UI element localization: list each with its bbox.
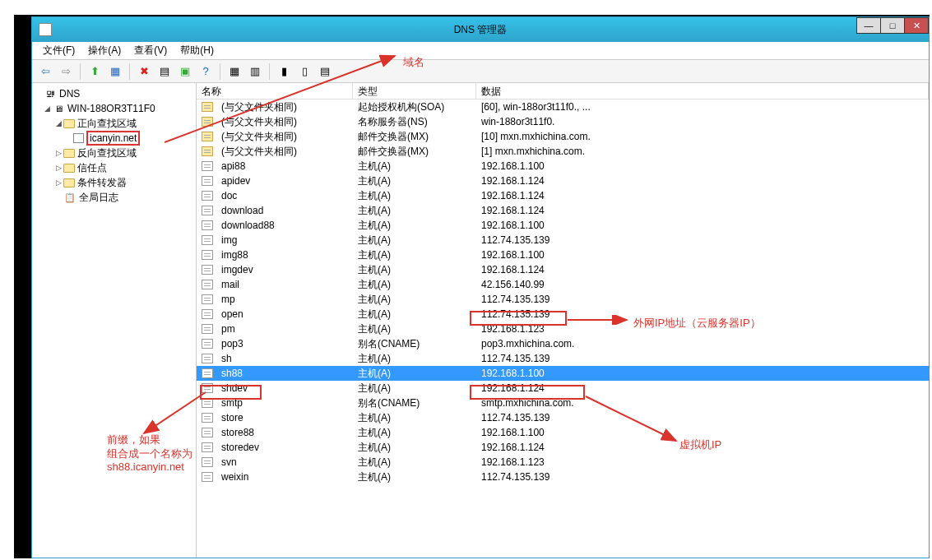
cell-type: 主机(A) <box>353 308 476 322</box>
record-icon <box>202 309 213 319</box>
folder-icon <box>202 102 213 112</box>
cell-type: 主机(A) <box>353 234 476 248</box>
record-row[interactable]: doc主机(A)192.168.1.124 <box>197 188 929 203</box>
forward-button[interactable]: ⇨ <box>57 62 75 81</box>
record-row[interactable]: apidev主机(A)192.168.1.124 <box>197 174 929 188</box>
cell-name: img88 <box>216 249 353 261</box>
show-hide-button[interactable]: ▦ <box>106 62 124 81</box>
cell-type: 别名(CNAME) <box>353 337 476 351</box>
record-row[interactable]: smtp别名(CNAME)smtp.mxhichina.com. <box>197 396 929 410</box>
cell-data: 42.156.140.99 <box>476 279 929 290</box>
record-row[interactable]: open主机(A)112.74.135.139 <box>197 307 929 322</box>
cell-type: 主机(A) <box>353 322 476 336</box>
list-header: 名称 类型 数据 <box>197 83 929 100</box>
maximize-button[interactable]: □ <box>880 17 905 34</box>
record-icon <box>202 206 213 215</box>
record-row[interactable]: sh主机(A)112.74.135.139 <box>197 351 929 366</box>
window-title: DNS 管理器 <box>454 23 508 37</box>
menu-view[interactable]: 查看(V) <box>128 42 174 59</box>
cell-type: 邮件交换器(MX) <box>353 145 476 159</box>
title-bar: DNS 管理器 — □ ✕ <box>32 17 929 42</box>
close-button[interactable]: ✕ <box>904 17 929 34</box>
properties-button[interactable]: ▤ <box>155 62 174 81</box>
up-button[interactable]: ⬆ <box>86 62 104 81</box>
cell-type: 主机(A) <box>353 293 476 307</box>
record-row[interactable]: pop3别名(CNAME)pop3.mxhichina.com. <box>197 336 929 351</box>
tree-global-log[interactable]: 📋全局日志 <box>34 190 194 205</box>
cell-type: 主机(A) <box>353 441 476 455</box>
cell-data: 192.168.1.100 <box>476 368 929 379</box>
cell-data: pop3.mxhichina.com. <box>476 338 929 349</box>
cell-type: 起始授权机构(SOA) <box>353 100 476 114</box>
menu-file[interactable]: 文件(F) <box>36 42 81 59</box>
tree-pane[interactable]: 🖳DNS ◢🖥WIN-188OR3T11F0 ◢正向查找区域 icanyin.n… <box>32 83 197 558</box>
record-row[interactable]: shdev主机(A)192.168.1.124 <box>197 381 929 396</box>
menu-action[interactable]: 操作(A) <box>81 42 128 59</box>
record-row[interactable]: download主机(A)192.168.1.124 <box>197 203 929 218</box>
tree-conditional-fwd[interactable]: ▷条件转发器 <box>34 175 194 190</box>
tool-list3[interactable]: ▤ <box>316 62 334 81</box>
tool-list2[interactable]: ▯ <box>295 62 313 81</box>
record-row[interactable]: sh88主机(A)192.168.1.100 <box>197 366 929 381</box>
cell-data: 192.168.1.100 <box>476 220 929 231</box>
record-row[interactable]: img88主机(A)192.168.1.100 <box>197 248 929 262</box>
record-icon <box>202 324 213 334</box>
record-row[interactable]: (与父文件夹相同)邮件交换器(MX)[10] mxn.mxhichina.com… <box>197 129 929 144</box>
log-icon: 📋 <box>63 192 77 203</box>
record-row[interactable]: imgdev主机(A)192.168.1.124 <box>197 262 929 277</box>
cell-data: smtp.mxhichina.com. <box>476 397 929 409</box>
folder-icon <box>63 149 75 158</box>
record-row[interactable]: download88主机(A)192.168.1.100 <box>197 218 929 233</box>
menu-help[interactable]: 帮助(H) <box>174 42 220 59</box>
record-row[interactable]: img主机(A)112.74.135.139 <box>197 233 929 248</box>
cell-name: sh88 <box>216 368 353 379</box>
record-icon <box>202 413 213 423</box>
record-row[interactable]: weixin主机(A)112.74.135.139 <box>197 470 929 484</box>
tree-forward-zones[interactable]: ◢正向查找区域 <box>34 116 194 131</box>
cell-type: 主机(A) <box>353 456 476 470</box>
record-row[interactable]: storedev主机(A)192.168.1.124 <box>197 440 929 455</box>
tree-server[interactable]: ◢🖥WIN-188OR3T11F0 <box>34 101 194 116</box>
col-name[interactable]: 名称 <box>197 83 353 99</box>
menu-bar: 文件(F) 操作(A) 查看(V) 帮助(H) <box>32 42 929 60</box>
tool-extra1[interactable]: ▦ <box>225 62 243 81</box>
tree-zone-icanyin[interactable]: icanyin.net <box>34 131 194 146</box>
cell-name: pm <box>216 323 353 335</box>
cell-data: 192.168.1.100 <box>476 160 929 172</box>
record-row[interactable]: (与父文件夹相同)起始授权机构(SOA)[60], win-188or3t11f… <box>197 100 929 114</box>
record-row[interactable]: (与父文件夹相同)名称服务器(NS)win-188or3t11f0. <box>197 114 929 129</box>
cell-name: img <box>216 234 353 246</box>
tool-list1[interactable]: ▮ <box>275 62 293 81</box>
cell-type: 主机(A) <box>353 174 476 188</box>
cell-data: win-188or3t11f0. <box>476 116 929 127</box>
tree-trust-points[interactable]: ▷信任点 <box>34 160 194 175</box>
tree-reverse-zones[interactable]: ▷反向查找区域 <box>34 146 194 160</box>
cell-name: smtp <box>216 397 353 409</box>
cell-type: 主机(A) <box>353 367 476 381</box>
record-row[interactable]: store主机(A)112.74.135.139 <box>197 410 929 425</box>
record-row[interactable]: svn主机(A)192.168.1.123 <box>197 455 929 470</box>
cell-data: 192.168.1.124 <box>476 205 929 216</box>
col-data[interactable]: 数据 <box>476 83 929 99</box>
help-button[interactable]: ? <box>197 62 215 81</box>
cell-type: 主机(A) <box>353 470 476 484</box>
record-row[interactable]: mail主机(A)42.156.140.99 <box>197 277 929 292</box>
tree-root-dns[interactable]: 🖳DNS <box>34 86 194 101</box>
minimize-button[interactable]: — <box>856 17 881 34</box>
back-button[interactable]: ⇦ <box>36 62 54 81</box>
record-row[interactable]: pm主机(A)192.168.1.123 <box>197 322 929 336</box>
cell-name: store88 <box>216 427 353 438</box>
record-icon <box>202 294 213 304</box>
tool-extra2[interactable]: ▥ <box>246 62 264 81</box>
record-row[interactable]: mp主机(A)112.74.135.139 <box>197 292 929 307</box>
record-row[interactable]: api88主机(A)192.168.1.100 <box>197 159 929 174</box>
record-icon <box>202 176 213 186</box>
record-row[interactable]: store88主机(A)192.168.1.100 <box>197 425 929 440</box>
folder-icon <box>202 132 213 141</box>
export-button[interactable]: ▣ <box>176 62 194 81</box>
record-row[interactable]: (与父文件夹相同)邮件交换器(MX)[1] mxn.mxhichina.com. <box>197 144 929 159</box>
record-list[interactable]: 名称 类型 数据 (与父文件夹相同)起始授权机构(SOA)[60], win-1… <box>197 83 929 558</box>
record-icon <box>202 280 213 289</box>
delete-button[interactable]: ✖ <box>135 62 153 81</box>
col-type[interactable]: 类型 <box>353 83 476 99</box>
